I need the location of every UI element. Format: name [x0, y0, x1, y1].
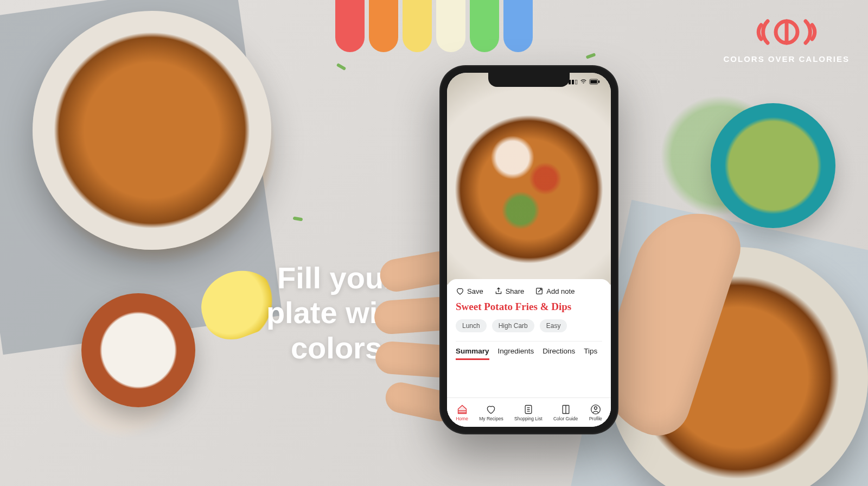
food-bowl-guacamole	[711, 103, 835, 228]
recipe-tabs: Summary Ingredients Directions Tips	[456, 341, 602, 360]
brand-logo: COLORS OVER CALORIES	[723, 13, 850, 64]
share-label: Share	[506, 287, 525, 295]
nav-home[interactable]: Home	[456, 404, 468, 421]
food-bowl-dip	[81, 293, 195, 407]
brand-name: COLORS OVER CALORIES	[723, 54, 850, 64]
promo-stage: COLORS OVER CALORIES Fill your plate wit…	[0, 0, 868, 486]
color-palette	[335, 0, 533, 52]
recipe-actions: Save Share Add note	[456, 287, 602, 295]
logo-icon	[751, 13, 822, 51]
share-icon	[494, 287, 503, 295]
tab-directions[interactable]: Directions	[542, 347, 575, 360]
nav-profile[interactable]: Profile	[589, 404, 602, 421]
phone-notch	[488, 73, 570, 87]
nav-label: Home	[456, 416, 468, 421]
swatch-orange	[369, 0, 398, 52]
recipe-tags: Lunch High Carb Easy	[456, 319, 602, 332]
bottom-nav: Home My Recipes Shopping List Color Guid…	[447, 397, 611, 427]
share-button[interactable]: Share	[494, 287, 525, 295]
list-icon	[523, 404, 534, 415]
phone-screen: ▮▮▮▯ Save Share	[447, 73, 611, 427]
tab-tips[interactable]: Tips	[584, 347, 597, 360]
swatch-yellow	[403, 0, 432, 52]
nav-label: Color Guide	[553, 416, 578, 421]
tag-chip[interactable]: High Carb	[492, 319, 534, 332]
nav-label: My Recipes	[479, 416, 503, 421]
hand-holding-phone: ▮▮▮▯ Save Share	[412, 65, 694, 486]
phone-frame: ▮▮▮▯ Save Share	[439, 65, 618, 434]
recipe-title: Sweet Potato Fries & Dips	[456, 301, 602, 313]
swatch-cream	[436, 0, 465, 52]
tab-ingredients[interactable]: Ingredients	[498, 347, 534, 360]
add-note-button[interactable]: Add note	[535, 287, 575, 295]
svg-rect-4	[598, 80, 599, 83]
profile-icon	[590, 404, 601, 415]
tag-chip[interactable]: Lunch	[456, 319, 487, 332]
nav-my-recipes[interactable]: My Recipes	[479, 404, 503, 421]
home-icon	[457, 404, 468, 415]
tab-summary[interactable]: Summary	[456, 347, 489, 360]
tag-chip[interactable]: Easy	[540, 319, 567, 332]
note-label: Add note	[546, 287, 575, 295]
swatch-blue	[503, 0, 533, 52]
note-icon	[535, 287, 544, 295]
nav-label: Shopping List	[514, 416, 542, 421]
battery-icon	[589, 79, 600, 85]
book-icon	[560, 404, 571, 415]
recipe-hero-photo	[447, 73, 611, 285]
wifi-icon	[580, 78, 587, 85]
heart-icon	[486, 404, 496, 415]
food-bowl-main	[33, 11, 271, 250]
nav-color-guide[interactable]: Color Guide	[553, 404, 578, 421]
swatch-green	[470, 0, 499, 52]
save-label: Save	[467, 287, 483, 295]
svg-point-13	[594, 407, 597, 409]
svg-rect-3	[590, 80, 597, 83]
swatch-red	[335, 0, 365, 52]
heart-icon	[456, 287, 464, 295]
nav-label: Profile	[589, 416, 602, 421]
save-button[interactable]: Save	[456, 287, 483, 295]
nav-shopping-list[interactable]: Shopping List	[514, 404, 542, 421]
